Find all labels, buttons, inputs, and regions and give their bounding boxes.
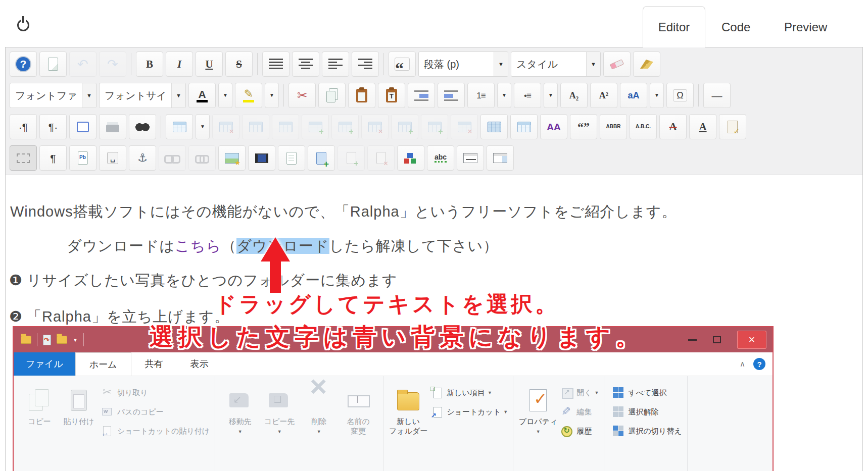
qat-paste-icon[interactable]	[43, 335, 51, 345]
paste-shortcut-button[interactable]: ショートカットの貼り付け	[102, 422, 210, 441]
insertion-button[interactable]: A	[689, 114, 716, 139]
indent-button[interactable]	[408, 83, 435, 108]
delete-row-button[interactable]	[361, 114, 389, 139]
select-none-button[interactable]: 選択解除	[612, 402, 682, 422]
outdent-button[interactable]	[438, 83, 465, 108]
insert-template-button[interactable]	[308, 145, 335, 171]
close-button[interactable]: ×	[737, 331, 766, 349]
delete-button[interactable]: 削除▼	[299, 380, 339, 437]
citation-button[interactable]	[719, 114, 746, 139]
tab-code[interactable]: Code	[721, 20, 750, 34]
insert-image-button[interactable]	[218, 145, 246, 171]
page-break-button[interactable]	[69, 145, 97, 171]
ltr-paragraph-button[interactable]: ·¶	[10, 114, 37, 139]
font-family-select[interactable]: フォントファ▼	[10, 83, 97, 108]
remove-element-button[interactable]	[367, 145, 395, 171]
open-button[interactable]: 開く▼	[561, 383, 599, 402]
merge-cells-button[interactable]	[480, 114, 508, 139]
help-button[interactable]: ?	[10, 51, 37, 77]
style-select[interactable]: スタイル▼	[511, 51, 601, 77]
blockquote-button[interactable]: “	[389, 51, 416, 77]
ordered-list-dropdown-button[interactable]: ▼	[497, 83, 511, 108]
qat-folder2-icon[interactable]	[57, 336, 67, 344]
insert-row-before-button[interactable]	[302, 114, 329, 139]
history-button[interactable]: 履歴	[561, 422, 599, 441]
properties-button[interactable]: プロパティ▼	[518, 380, 558, 437]
download-link[interactable]: こちら	[175, 238, 221, 254]
align-justify-button[interactable]	[262, 51, 290, 77]
chevron-down-icon[interactable]: ▼	[494, 52, 508, 76]
new-folder-button[interactable]: 新しい フォルダー	[389, 380, 428, 436]
subscript-button[interactable]: A₂	[560, 83, 588, 108]
special-character-button[interactable]: Ω	[666, 83, 694, 108]
highlight-color-dropdown-button[interactable]: ▼	[265, 83, 279, 108]
maximize-button[interactable]	[713, 336, 721, 343]
nonbreaking-space-button[interactable]: ␣	[99, 145, 126, 171]
delete-column-button[interactable]	[451, 114, 478, 139]
font-size-select[interactable]: フォントサイ▼	[99, 83, 186, 108]
power-icon[interactable]	[17, 19, 29, 31]
abbreviation-button[interactable]: ABBR	[600, 114, 627, 139]
page-layout-button[interactable]	[487, 145, 514, 171]
tab-preview[interactable]: Preview	[784, 20, 827, 34]
block-elements-button[interactable]	[397, 145, 424, 171]
visual-characters-button[interactable]: AA	[540, 114, 567, 139]
find-replace-button[interactable]	[129, 114, 156, 139]
bold-button[interactable]: B	[136, 51, 163, 77]
remove-format-button[interactable]	[603, 51, 631, 77]
ribbon-collapse-icon[interactable]: ∧	[740, 359, 745, 369]
change-case-dropdown-button[interactable]: ▼	[650, 83, 664, 108]
link-button[interactable]	[188, 145, 216, 171]
edit-button[interactable]: 編集	[561, 402, 599, 422]
explorer-tab-file[interactable]: ファイル	[14, 352, 75, 376]
strikethrough-button[interactable]: S	[225, 51, 253, 77]
align-left-button[interactable]	[322, 51, 349, 77]
text-color-dropdown-button[interactable]: ▼	[218, 83, 232, 108]
highlight-color-button[interactable]: ✎	[235, 83, 262, 108]
explorer-tab-view[interactable]: 表示	[177, 352, 222, 376]
new-document-button[interactable]	[39, 51, 67, 77]
select-all-button[interactable]: すべて選択	[612, 383, 682, 402]
chevron-down-icon[interactable]: ▼	[82, 83, 96, 108]
spellcheck-button[interactable]: abc	[427, 145, 454, 171]
paragraph-format-select[interactable]: 段落 (p)▼	[418, 51, 508, 77]
insert-row-after-button[interactable]	[331, 114, 359, 139]
copy-button[interactable]	[318, 83, 346, 108]
explorer-tab-share[interactable]: 共有	[131, 352, 177, 376]
copy-button[interactable]: コピー	[20, 380, 59, 426]
new-shortcut-button[interactable]: ショートカット▼	[431, 402, 508, 422]
move-to-button[interactable]: 移動先▼	[220, 380, 260, 437]
italic-button[interactable]: I	[166, 51, 193, 77]
delete-table-button[interactable]	[212, 114, 239, 139]
paste-button[interactable]: 貼り付け	[59, 380, 99, 426]
quotation-button[interactable]: “”	[570, 114, 597, 139]
cut-button[interactable]: ✂	[288, 83, 316, 108]
code-sample-button[interactable]	[278, 145, 305, 171]
show-invisibles-button[interactable]: ¶	[39, 145, 67, 171]
insert-table-dropdown-button[interactable]: ▼	[196, 114, 210, 139]
change-case-button[interactable]: aA	[620, 83, 647, 108]
insert-horizontal-rule-button[interactable]	[457, 145, 484, 171]
insert-column-before-button[interactable]	[391, 114, 418, 139]
align-center-button[interactable]	[292, 51, 319, 77]
cut-button[interactable]: 切り取り	[102, 383, 210, 402]
explorer-tab-home[interactable]: ホーム	[75, 352, 131, 376]
rtl-paragraph-button[interactable]: ¶·	[39, 114, 67, 139]
underline-button[interactable]: U	[196, 51, 223, 77]
new-item-button[interactable]: 新しい項目▼	[431, 383, 508, 402]
qat-folder-icon[interactable]	[21, 336, 31, 344]
bullet-list-dropdown-button[interactable]: ▼	[544, 83, 558, 108]
qat-dropdown[interactable]: ▼	[73, 337, 78, 343]
superscript-button[interactable]: A²	[590, 83, 617, 108]
clean-markup-button[interactable]	[633, 51, 660, 77]
rename-button[interactable]: 名前の 変更	[339, 380, 378, 437]
invert-selection-button[interactable]: 選択の切り替え	[612, 422, 682, 441]
insert-table-button[interactable]	[166, 114, 193, 139]
insert-media-button[interactable]	[248, 145, 275, 171]
ordered-list-button[interactable]: 1≡	[467, 83, 495, 108]
acronym-button[interactable]: A.B.C.	[630, 114, 657, 139]
copy-to-button[interactable]: コピー先▼	[260, 380, 299, 437]
table-cell-properties-button[interactable]	[272, 114, 299, 139]
table-row-properties-button[interactable]	[242, 114, 269, 139]
anchor-button[interactable]: ⚓	[129, 145, 156, 171]
